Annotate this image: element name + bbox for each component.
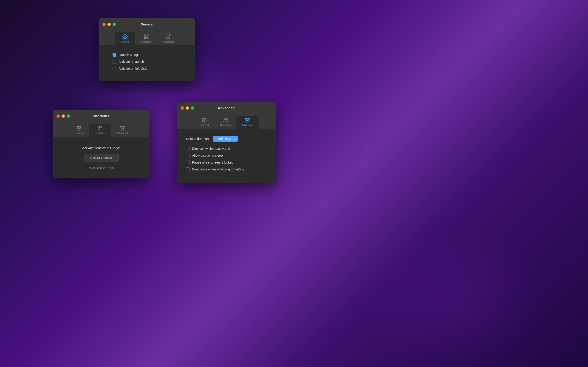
gear-icon-shortcuts bbox=[77, 126, 82, 131]
minimize-button-shortcuts[interactable] bbox=[61, 115, 65, 118]
dim-icon-label: Dim icon while deactivated bbox=[192, 147, 230, 150]
duration-row: Default duration: Indefinitely ▲ ▼ bbox=[186, 136, 267, 142]
traffic-lights-advanced bbox=[181, 106, 194, 110]
traffic-lights-shortcuts bbox=[57, 115, 70, 118]
launch-login-label: Launch at login bbox=[119, 53, 140, 57]
maximize-button-shortcuts[interactable] bbox=[67, 115, 70, 118]
general-tab-bar: General Shortcuts Advanced bbox=[99, 30, 195, 46]
dim-icon-checkbox[interactable] bbox=[186, 147, 190, 150]
tab-general-shortcuts[interactable]: Shortcuts bbox=[135, 32, 157, 45]
tab-label-shortcuts-shortcuts: Shortcuts bbox=[95, 132, 105, 134]
gear-icon-general bbox=[122, 34, 128, 40]
tab-advanced-shortcuts[interactable]: Shortcuts bbox=[215, 116, 236, 129]
gear-badge-icon-general bbox=[165, 34, 171, 40]
tab-general-advanced[interactable]: Advanced bbox=[157, 32, 179, 45]
advanced-tab-bar: General Shortcuts Advanced bbox=[177, 114, 276, 129]
traffic-lights-general bbox=[103, 23, 116, 26]
gear-icon-advanced bbox=[202, 118, 207, 123]
activate-left-click-checkbox[interactable] bbox=[112, 67, 116, 70]
activate-left-click-label: Activate on left-click bbox=[119, 67, 147, 70]
general-window: General General Shortcuts bbox=[99, 18, 195, 81]
tab-label-shortcuts-advanced: Advanced bbox=[117, 132, 128, 134]
close-button-advanced[interactable] bbox=[181, 106, 184, 110]
launch-login-checkbox[interactable]: ✓ bbox=[112, 53, 116, 57]
tab-label-general-general: General bbox=[121, 40, 130, 43]
deactivate-battery-row: Deactivate when switching to battery bbox=[186, 167, 267, 171]
shortcuts-window-title: Shortcuts bbox=[93, 114, 109, 118]
duration-select[interactable]: Indefinitely ▲ ▼ bbox=[213, 136, 238, 142]
activate-label: Activate/deactivate Lungo: bbox=[62, 146, 140, 150]
advanced-window: Advanced General Shortcuts bbox=[177, 102, 276, 183]
tab-label-advanced-general: General bbox=[200, 124, 209, 126]
advanced-title-bar: Advanced bbox=[177, 102, 276, 114]
deactivate-battery-checkbox[interactable] bbox=[186, 167, 190, 171]
general-window-title: General bbox=[140, 22, 153, 26]
select-arrows: ▲ ▼ bbox=[234, 137, 236, 141]
dim-icon-row: Dim icon while deactivated bbox=[186, 147, 267, 150]
launch-login-row: ✓ Launch at login bbox=[112, 53, 182, 57]
close-button-shortcuts[interactable] bbox=[57, 115, 60, 118]
tab-label-advanced-shortcuts: Shortcuts bbox=[220, 124, 231, 126]
svg-point-0 bbox=[169, 34, 171, 36]
allow-sleep-row: Allow display to sleep bbox=[186, 154, 267, 157]
shortcuts-content: Activate/deactivate Lungo: Record Shortc… bbox=[53, 137, 149, 178]
command-icon-general bbox=[144, 34, 149, 40]
maximize-button-advanced[interactable] bbox=[191, 106, 194, 110]
general-title-bar: General bbox=[99, 18, 195, 30]
advanced-window-title: Advanced bbox=[218, 106, 234, 110]
svg-point-2 bbox=[248, 118, 250, 119]
activate-launch-row: Activate at launch bbox=[112, 60, 182, 64]
tab-label-advanced-advanced: Advanced bbox=[242, 124, 253, 126]
shortcuts-tab-bar: General Shortcuts Advanced bbox=[53, 122, 149, 137]
allow-sleep-label: Allow display to sleep bbox=[192, 154, 223, 157]
command-icon-advanced bbox=[223, 118, 228, 123]
deactivate-battery-label: Deactivate when switching to battery bbox=[192, 167, 244, 171]
advanced-content: Default duration: Indefinitely ▲ ▼ Dim i… bbox=[177, 129, 276, 183]
gear-badge-icon-shortcuts bbox=[120, 126, 125, 131]
tab-shortcuts-shortcuts[interactable]: Shortcuts bbox=[89, 124, 111, 137]
maximize-button-general[interactable] bbox=[112, 23, 116, 26]
tab-label-general-advanced: Advanced bbox=[163, 40, 174, 43]
tab-label-shortcuts-general: General bbox=[75, 132, 84, 134]
tab-label-general-shortcuts: Shortcuts bbox=[141, 40, 151, 43]
activate-left-click-row: Activate on left-click bbox=[112, 67, 182, 70]
duration-select-wrapper[interactable]: Indefinitely ▲ ▼ bbox=[213, 136, 238, 142]
activate-launch-checkbox[interactable] bbox=[112, 60, 116, 64]
minimize-button-advanced[interactable] bbox=[186, 106, 189, 110]
pause-locked-row: Pause while screen is locked bbox=[186, 161, 267, 164]
recommended-text: Recommended: ⌃⌘L bbox=[62, 167, 140, 170]
tab-shortcuts-advanced[interactable]: Advanced bbox=[111, 124, 133, 137]
tab-advanced-advanced[interactable]: Advanced bbox=[236, 116, 259, 129]
pause-locked-checkbox[interactable] bbox=[186, 161, 190, 164]
tab-advanced-general[interactable]: General bbox=[194, 116, 215, 129]
allow-sleep-checkbox[interactable] bbox=[186, 154, 190, 157]
pause-locked-label: Pause while screen is locked bbox=[192, 161, 233, 164]
command-icon-shortcuts bbox=[98, 126, 103, 131]
chevron-down-icon: ▼ bbox=[234, 139, 236, 141]
shortcuts-window: Shortcuts General Shortcuts bbox=[53, 110, 149, 178]
duration-label: Default duration: bbox=[186, 137, 210, 141]
close-button-general[interactable] bbox=[103, 23, 106, 26]
shortcuts-title-bar: Shortcuts bbox=[53, 110, 149, 122]
tab-shortcuts-general[interactable]: General bbox=[69, 124, 89, 137]
activate-launch-label: Activate at launch bbox=[119, 60, 144, 64]
minimize-button-general[interactable] bbox=[107, 23, 111, 26]
gear-badge-icon-advanced bbox=[245, 118, 250, 123]
chevron-up-icon: ▲ bbox=[234, 137, 236, 139]
duration-value: Indefinitely bbox=[216, 137, 231, 141]
record-shortcut-button[interactable]: Record Shortcut bbox=[84, 154, 119, 161]
general-content: ✓ Launch at login Activate at launch Act… bbox=[99, 46, 195, 81]
tab-general-general[interactable]: General bbox=[115, 32, 135, 45]
svg-point-1 bbox=[123, 126, 124, 127]
